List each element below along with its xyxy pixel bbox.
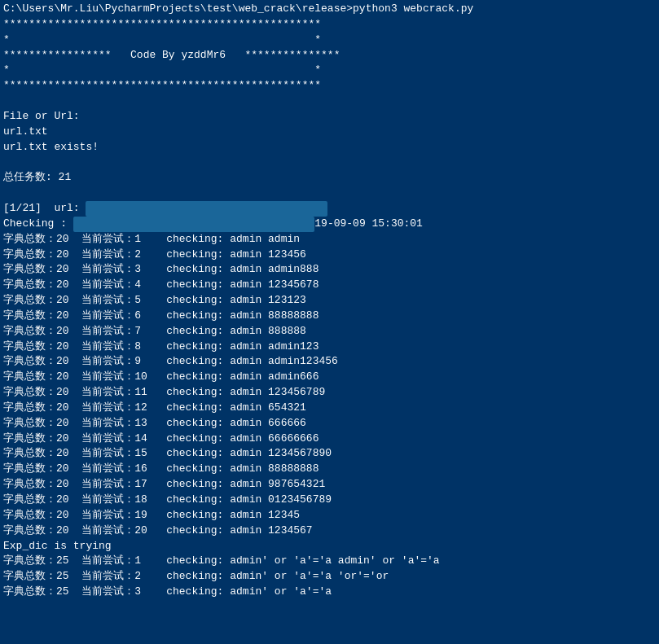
table-row: 字典总数：20 当前尝试：4 checking: admin 12345678 xyxy=(3,278,656,293)
exp-dic-line: Exp_dic is trying xyxy=(3,539,656,554)
table-row: 字典总数：20 当前尝试：13 checking: admin 666666 xyxy=(3,416,656,432)
table-row: 字典总数：20 当前尝试：15 checking: admin 12345678… xyxy=(3,446,656,462)
url-txt-exists: url.txt exists! xyxy=(3,140,656,156)
table-row: 字典总数：20 当前尝试：8 checking: admin admin123 xyxy=(3,340,656,355)
url-blurred xyxy=(86,201,327,217)
table-row: 字典总数：20 当前尝试：3 checking: admin admin888 xyxy=(3,262,656,278)
task-progress-text: [1/21] url: xyxy=(3,202,86,214)
terminal-window: C:\Users\Mr.Liu\PycharmProjects\test\web… xyxy=(0,0,659,644)
stars-line-3: * * xyxy=(3,63,656,78)
table-row: 字典总数：20 当前尝试：12 checking: admin 654321 xyxy=(3,401,656,416)
file-or-url-label: File or Url: xyxy=(3,109,656,125)
stars-line-4: ****************************************… xyxy=(3,78,656,94)
table-row: 字典总数：25 当前尝试：1 checking: admin' or 'a'='… xyxy=(3,554,656,569)
checking-progress-line: Checking : 19-09-09 15:30:01 xyxy=(3,217,656,232)
table-row: 字典总数：25 当前尝试：3 checking: admin' or 'a'='… xyxy=(3,585,656,600)
title-line: C:\Users\Mr.Liu\PycharmProjects\test\web… xyxy=(3,2,656,17)
blank-2 xyxy=(3,155,656,170)
blank-1 xyxy=(3,94,656,109)
table-row: 字典总数：20 当前尝试：16 checking: admin 88888888 xyxy=(3,462,656,477)
checking-blurred xyxy=(73,217,314,232)
table-row: 字典总数：20 当前尝试：9 checking: admin admin1234… xyxy=(3,354,656,370)
table-row: 字典总数：25 当前尝试：2 checking: admin' or 'a'='… xyxy=(3,569,656,585)
table-row: 字典总数：20 当前尝试：11 checking: admin 12345678… xyxy=(3,385,656,401)
table-row: 字典总数：20 当前尝试：17 checking: admin 98765432… xyxy=(3,477,656,493)
stars-line-1: ****************************************… xyxy=(3,17,656,33)
table-row: 字典总数：20 当前尝试：14 checking: admin 66666666 xyxy=(3,432,656,447)
table-row: 字典总数：20 当前尝试：5 checking: admin 123123 xyxy=(3,293,656,309)
url-txt-input: url.txt xyxy=(3,125,656,140)
table-row: 字典总数：20 当前尝试：19 checking: admin 12345 xyxy=(3,508,656,524)
attempt-rows: 字典总数：20 当前尝试：1 checking: admin admin字典总数… xyxy=(3,232,656,539)
attempt-rows-2: 字典总数：25 当前尝试：1 checking: admin' or 'a'='… xyxy=(3,554,656,600)
table-row: 字典总数：20 当前尝试：10 checking: admin admin666 xyxy=(3,370,656,385)
table-row: 字典总数：20 当前尝试：6 checking: admin 88888888 xyxy=(3,309,656,324)
blank-3 xyxy=(3,186,656,201)
table-row: 字典总数：20 当前尝试：18 checking: admin 01234567… xyxy=(3,493,656,508)
code-by-line: ***************** Code By yzddMr6 ******… xyxy=(3,48,656,64)
table-row: 字典总数：20 当前尝试：2 checking: admin 123456 xyxy=(3,248,656,263)
task-progress-line: [1/21] url: xyxy=(3,201,656,217)
stars-line-2: * * xyxy=(3,33,656,48)
timestamp: 19-09-09 15:30:01 xyxy=(314,217,423,230)
table-row: 字典总数：20 当前尝试：7 checking: admin 888888 xyxy=(3,324,656,340)
total-tasks: 总任务数: 21 xyxy=(3,170,656,186)
table-row: 字典总数：20 当前尝试：20 checking: admin 1234567 xyxy=(3,524,656,539)
checking-label: Checking : xyxy=(3,217,73,230)
table-row: 字典总数：20 当前尝试：1 checking: admin admin xyxy=(3,232,656,248)
